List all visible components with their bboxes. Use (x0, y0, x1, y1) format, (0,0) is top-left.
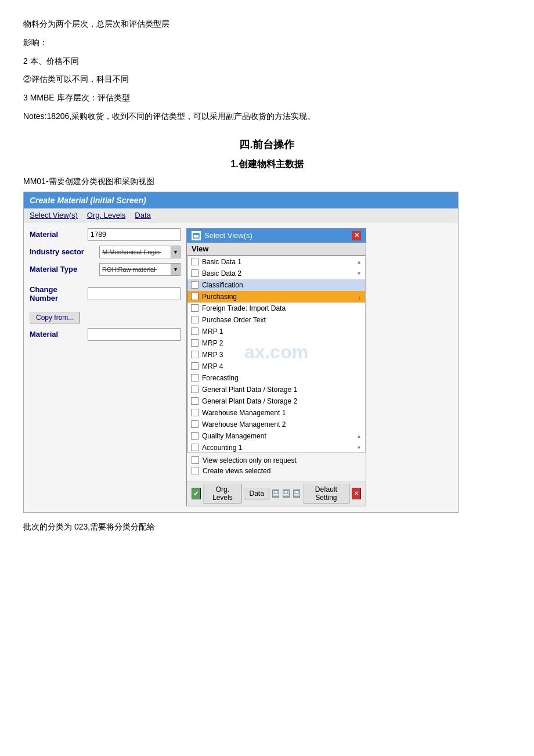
view-checkbox-wm2[interactable] (191, 420, 199, 428)
view-label-accounting1: Accounting 1 (202, 444, 242, 452)
popup-options: View selection only on request Create vi… (187, 453, 366, 481)
svg-rect-10 (295, 494, 298, 495)
view-checkbox-gpds2[interactable] (191, 397, 199, 405)
svg-rect-9 (295, 491, 298, 493)
dialog-menu-bar: Select View(s) Org. Levels Data (24, 208, 458, 222)
option-create-views-checkbox[interactable] (192, 467, 199, 474)
option-view-selection-label: View selection only on request (203, 456, 297, 465)
option-create-views-row: Create views selected (192, 467, 361, 475)
option-create-views-label: Create views selected (203, 467, 270, 475)
intro-block: 物料分为两个层次，总层次和评估类型层 影响： 2 本、价格不同 ②评估类可以不同… (23, 17, 511, 124)
view-item-mrp1[interactable]: MRP 1 (187, 326, 365, 337)
svg-rect-3 (275, 491, 277, 493)
view-label-mrp4: MRP 4 (202, 362, 223, 370)
view-label-basic-data-2: Basic Data 2 (202, 269, 241, 278)
left-panel: Material Industry sector M:Mechanical·En… (30, 228, 181, 506)
menu-select-views[interactable]: Select View(s) (30, 211, 78, 219)
view-checkbox-accounting1[interactable] (191, 444, 199, 451)
industry-sector-input[interactable]: M:Mechanical·Engin· ▼ (99, 246, 181, 258)
section-title: 四.前台操作 (23, 138, 511, 152)
view-checkbox-po-text[interactable] (191, 316, 199, 323)
material-input[interactable] (88, 228, 181, 241)
view-label-po-text: Purchase Order Text (202, 316, 266, 324)
default-setting-button[interactable]: Default Setting (303, 484, 349, 503)
material-type-arrow[interactable]: ▼ (171, 264, 180, 275)
view-checkbox-mrp3[interactable] (191, 351, 199, 358)
view-label-classification: Classification (202, 281, 243, 289)
material-type-input[interactable]: ROH:Raw material· ▼ (99, 263, 181, 276)
view-item-wm2[interactable]: Warehouse Management 2 (187, 419, 365, 430)
view-item-mrp4[interactable]: MRP 4 (187, 361, 365, 372)
view-item-foreign-trade[interactable]: Foreign Trade: Import Data (187, 303, 365, 314)
intro-line-3: 2 本、价格不同 (23, 55, 511, 69)
copy-from-row: Copy from... (30, 312, 181, 323)
view-item-classification[interactable]: Classification (187, 279, 365, 291)
view-item-basic-data-2[interactable]: Basic Data 2 ▼ (187, 268, 365, 279)
view-item-wm1[interactable]: Warehouse Management 1 (187, 407, 365, 419)
dialog-title-bar: Create Material (Initial Screen) (24, 192, 458, 208)
view-item-purchasing[interactable]: Purchasing ┐ (187, 291, 365, 303)
view-checkbox-gpds1[interactable] (191, 386, 199, 393)
change-number-field-row: Change Number (30, 285, 181, 303)
view-checkbox-basic-data-2[interactable] (191, 269, 199, 277)
save-icon-2[interactable] (283, 489, 290, 498)
view-item-mrp2[interactable]: MRP 2 (187, 337, 365, 349)
svg-rect-4 (274, 494, 277, 495)
intro-line-5: 3 MMBE 库存层次：评估类型 (23, 91, 511, 105)
view-label-gpds2: General Plant Data / Storage 2 (202, 397, 297, 405)
copy-material-input[interactable] (88, 328, 181, 341)
svg-rect-6 (285, 491, 287, 493)
change-number-label: Change Number (30, 285, 88, 303)
option-view-selection-row: View selection only on request (192, 456, 361, 465)
change-number-input[interactable] (88, 287, 181, 300)
view-item-basic-data-1[interactable]: Basic Data 1 ▲ (187, 256, 365, 268)
view-checkbox-forecasting[interactable] (191, 374, 199, 381)
create-material-dialog: Create Material (Initial Screen) Select … (23, 192, 459, 513)
option-view-selection-checkbox[interactable] (192, 456, 199, 464)
material-type-field-row: Material Type ROH:Raw material· ▼ (30, 263, 181, 276)
svg-rect-7 (284, 494, 288, 495)
menu-data[interactable]: Data (135, 211, 150, 219)
org-levels-button[interactable]: Org. Levels (203, 484, 241, 503)
industry-sector-arrow[interactable]: ▼ (171, 246, 180, 258)
material-label: Material (30, 230, 88, 239)
view-checkbox-purchasing[interactable] (191, 293, 199, 300)
view-item-po-text[interactable]: Purchase Order Text (187, 314, 365, 326)
view-label-purchasing: Purchasing (202, 293, 237, 301)
view-checkbox-mrp4[interactable] (191, 362, 199, 370)
view-item-gpds1[interactable]: General Plant Data / Storage 1 (187, 384, 365, 395)
pre-dialog-text: MM01-需要创建分类视图和采购视图 (23, 177, 511, 187)
view-checkbox-mrp2[interactable] (191, 339, 199, 347)
view-label-wm2: Warehouse Management 2 (202, 420, 286, 429)
view-label-mrp3: MRP 3 (202, 351, 223, 359)
view-checkbox-classification[interactable] (191, 281, 199, 289)
popup-title-left: Select View(s) (192, 231, 252, 240)
copy-material-label: Material (30, 330, 88, 339)
view-item-accounting1[interactable]: Accounting 1 ▼ (187, 442, 365, 453)
view-item-gpds2[interactable]: General Plant Data / Storage 2 (187, 395, 365, 407)
save-icon-1[interactable] (272, 489, 279, 498)
view-checkbox-wm1[interactable] (191, 409, 199, 416)
popup-window-icon (192, 231, 201, 240)
popup-close-button[interactable]: ✕ (352, 231, 361, 240)
dialog-title: Create Material (Initial Screen) (30, 196, 146, 205)
sub-title: 1.创建物料主数据 (23, 159, 511, 171)
view-label-basic-data-1: Basic Data 1 (202, 258, 241, 266)
material-field-row: Material (30, 228, 181, 241)
view-item-forecasting[interactable]: Forecasting (187, 372, 365, 384)
view-checkbox-qm[interactable] (191, 432, 199, 440)
view-checkbox-foreign-trade[interactable] (191, 304, 199, 312)
view-item-mrp3[interactable]: MRP 3 (187, 349, 365, 361)
view-checkbox-mrp1[interactable] (191, 327, 199, 335)
material-type-label: Material Type (30, 265, 99, 273)
bottom-text: 批次的分类为 023,需要将分类分配给 (23, 522, 511, 532)
confirm-button[interactable]: ✔ (192, 488, 201, 499)
copy-from-button[interactable]: Copy from... (30, 312, 80, 323)
view-checkbox-basic-data-1[interactable] (191, 258, 199, 265)
data-button[interactable]: Data (244, 488, 269, 499)
view-item-qm[interactable]: Quality Management ▲ (187, 430, 365, 442)
save-icon-3[interactable] (293, 489, 300, 498)
menu-org-levels[interactable]: Org. Levels (87, 211, 125, 219)
cancel-button[interactable]: ✕ (352, 488, 361, 499)
views-list[interactable]: Basic Data 1 ▲ Basic Data 2 ▼ Classifica… (187, 255, 366, 453)
